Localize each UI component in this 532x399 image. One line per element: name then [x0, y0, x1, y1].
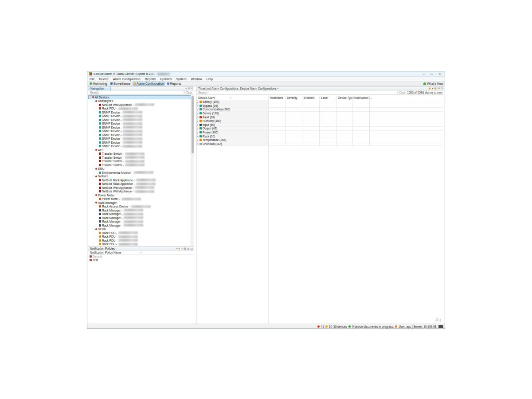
menu-item[interactable]: Window	[191, 78, 202, 81]
device-tree-item[interactable]: SNMP Device -	[88, 141, 191, 145]
alarm-type-icon	[200, 101, 202, 103]
device-tree-item[interactable]: NetBotz Wall Appliance -	[88, 103, 191, 107]
device-tree-item[interactable]: Rack Manager -	[88, 208, 191, 212]
perspective-button[interactable]: Reports	[166, 82, 182, 86]
view-menu-icon[interactable]: ▾	[432, 86, 433, 90]
device-tree-item[interactable]: - All Devices	[88, 95, 191, 99]
alarm-view-title[interactable]: Threshold Alarm Configurations: Device A…	[196, 87, 277, 90]
device-tree-item[interactable]: SNMP Device -	[88, 122, 191, 126]
menu-item[interactable]: Alarm Configuration	[113, 78, 141, 81]
device-tree-item[interactable]: Transfer Switch -	[88, 152, 191, 156]
device-tree-item[interactable]: Rack PDU -	[88, 239, 191, 243]
alarm-group-row[interactable]: ▸ Unknown (112)	[196, 142, 444, 146]
column-header[interactable]: Hostname	[270, 95, 283, 100]
alarm-group-row[interactable]: ▸ Bypass (39)	[196, 104, 444, 108]
device-tree-item[interactable]: - Netbotz	[88, 175, 191, 179]
device-search-input[interactable]	[88, 90, 183, 94]
device-tree-item[interactable]: Rack PDU -	[88, 107, 191, 111]
device-icon	[99, 232, 101, 234]
menu-item[interactable]: Help	[206, 78, 212, 81]
alarm-view-strip-icons: ▣ ▾ ▦ ⊟ ⊡	[429, 86, 443, 90]
scrollbar-thumb[interactable]	[192, 96, 194, 153]
device-tree-item[interactable]: - RPDU	[88, 227, 191, 231]
device-tree-item[interactable]: Transfer Switch -	[88, 156, 191, 160]
device-tree-item[interactable]: SNMP Device -	[88, 118, 191, 122]
device-tree-item[interactable]: - ATS	[88, 148, 191, 152]
device-tree-item[interactable]: SNMP Device -	[88, 110, 191, 114]
menu-item[interactable]: System	[176, 78, 186, 81]
clear-search-icon[interactable]: ×	[183, 91, 185, 94]
device-tree-item[interactable]: SNMP Device -	[88, 114, 191, 118]
tree-scrollbar[interactable]	[191, 95, 194, 246]
alarm-group-row[interactable]: ▸ Communication (260)	[196, 108, 444, 112]
device-tree-item[interactable]: Rack PDU -	[88, 243, 191, 246]
device-tree-item[interactable]: Transfer Switch -	[88, 160, 191, 164]
device-tree-item[interactable]: NetBotz Rack Appliance -	[88, 178, 191, 182]
minimize-view-icon[interactable]: ⊟	[188, 86, 190, 90]
device-tree-item[interactable]: SNMP Device -	[88, 133, 191, 137]
clear-alarm-search-button[interactable]: Clear	[399, 91, 406, 94]
minimize-view-icon[interactable]: ⊟	[438, 86, 440, 90]
column-header[interactable]: Enabled	[304, 95, 314, 100]
redacted-ip	[123, 130, 142, 133]
perspective-button[interactable]: Alarm Configuration	[133, 82, 165, 86]
perspective-button[interactable]: Monitoring	[89, 82, 108, 86]
menu-item[interactable]: Reports	[145, 78, 156, 81]
maximize-view-icon[interactable]: ⊡	[441, 86, 443, 90]
device-tree-item[interactable]: - Unassigned	[88, 99, 191, 103]
device-tree-item[interactable]: NetBotz Wall Appliance -	[88, 190, 191, 194]
device-tree-item[interactable]: Rack Access Device -	[88, 205, 191, 209]
device-tree-item[interactable]: - EMU	[88, 167, 191, 171]
device-tree-item[interactable]: Rack Manager -	[88, 212, 191, 216]
device-tree-item[interactable]: Power Meter -	[88, 197, 191, 201]
alarm-group-row[interactable]: ▸ Power (300)	[196, 131, 444, 135]
alarm-group-row[interactable]: ▸ Battery (103)	[196, 100, 444, 104]
maximize-view-icon[interactable]: ⊡	[191, 86, 193, 90]
alarm-group-row[interactable]: ▸ Fault (69)	[196, 115, 444, 119]
clear-search-icon[interactable]: ×	[397, 91, 399, 94]
perspective-button[interactable]: Surveillance	[110, 82, 131, 86]
column-header[interactable]: Severity	[287, 95, 297, 100]
tab-navigation[interactable]: Navigation	[88, 86, 111, 90]
column-header[interactable]: Device Type	[338, 95, 354, 100]
device-tree-item[interactable]: Rack Manager -	[88, 220, 191, 224]
device-tree-item[interactable]: Environmental Monitor -	[88, 171, 191, 175]
clear-search-button[interactable]: Clear	[185, 91, 192, 94]
device-tree-item[interactable]: SNMP Device -	[88, 129, 191, 133]
device-tree-item[interactable]: SNMP Device -	[88, 137, 191, 141]
policy-row[interactable]: Test	[88, 258, 194, 262]
maximize-button[interactable]: □	[428, 71, 436, 77]
device-tree-item[interactable]: Rack PDU -	[88, 231, 191, 235]
alarm-group-row[interactable]: ▸ Temperature (265)	[196, 138, 444, 142]
device-tree-item[interactable]: - Power Meter	[88, 193, 191, 197]
device-tree-item[interactable]: NetBotz Rack Appliance -	[88, 182, 191, 186]
menu-item[interactable]: Updates	[160, 78, 172, 81]
column-header[interactable]: Label	[321, 95, 328, 100]
alarm-group-row[interactable]: ▸ Output (42)	[196, 127, 444, 131]
device-tree-item[interactable]: SNMP Device -	[88, 125, 191, 129]
device-tree-item[interactable]: NetBotz Wall Appliance -	[88, 186, 191, 190]
device-tree-item[interactable]: Transfer Switch -	[88, 163, 191, 167]
new-threshold-icon[interactable]: ▣	[429, 86, 431, 90]
minimize-button[interactable]: –	[420, 71, 428, 77]
policy-row[interactable]: Default	[88, 254, 194, 258]
alarm-group-row[interactable]: ▸ Input (60)	[196, 123, 444, 127]
chevron-down-icon[interactable]: ▾	[278, 87, 279, 90]
device-tree-item[interactable]: Rack Manager -	[88, 216, 191, 220]
device-tree-item[interactable]: - Rack manager	[88, 201, 191, 205]
alarm-group-row[interactable]: ▸ Rack (10)	[196, 134, 444, 138]
collapse-all-icon[interactable]: ▾	[185, 86, 187, 90]
whats-new-link[interactable]: What's New	[423, 82, 443, 85]
device-tree-item[interactable]: Rack Manager -	[88, 223, 191, 227]
alarm-search-input[interactable]	[196, 90, 396, 94]
menu-item[interactable]: Device	[99, 78, 108, 81]
close-button[interactable]: ×	[436, 71, 444, 77]
alarm-group-row[interactable]: ▸ Humidity (150)	[196, 119, 444, 123]
menu-item[interactable]: File	[90, 78, 94, 81]
device-tree-item[interactable]: Rack PDU -	[88, 235, 191, 239]
alarm-group-row[interactable]: ▸ Device (176)	[196, 112, 444, 116]
policy-name-column-header[interactable]: Notification Policy Name ▾	[88, 250, 194, 254]
device-tree-item[interactable]: SNMP Device -	[88, 145, 191, 149]
column-header[interactable]: Device Alarm	[198, 95, 215, 100]
filter-icon[interactable]: ▦	[434, 86, 437, 90]
